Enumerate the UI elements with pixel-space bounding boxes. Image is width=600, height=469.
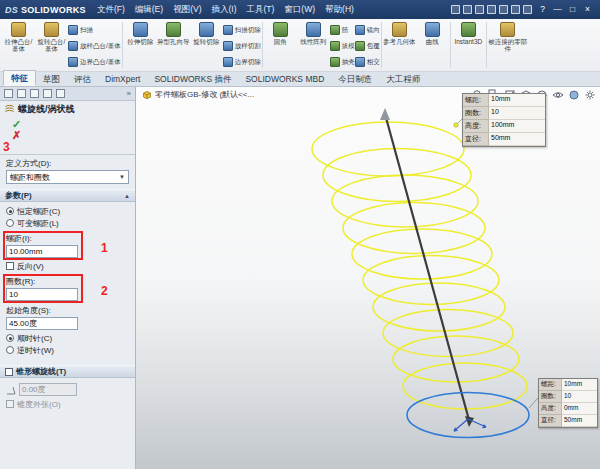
rib-button[interactable]: 筋 bbox=[330, 22, 355, 38]
revolutions-label: 圈数(R): bbox=[6, 276, 129, 288]
swept-cut-button[interactable]: 扫描切除 bbox=[223, 22, 261, 38]
open-icon[interactable] bbox=[463, 5, 472, 14]
command-manager-tabs: 特征 草图 评估 DimXpert SOLIDWORKS 插件 SOLIDWOR… bbox=[0, 72, 600, 87]
radio-icon bbox=[6, 346, 14, 354]
tab-today-manufacturing[interactable]: 今日制造 bbox=[331, 72, 379, 86]
helix-bottom-callout[interactable]: 螺距:10mm 圈数:10 高度:0mm 直径:50mm bbox=[538, 378, 598, 428]
extrude-boss-button[interactable]: 拉伸凸台/基体 bbox=[2, 20, 35, 70]
menu-edit[interactable]: 编辑(E) bbox=[130, 0, 168, 19]
parameters-section-body: 恒定螺距(C) 可变螺距(L) 螺距(I): 1 反向(V) bbox=[0, 202, 135, 360]
reference-geometry-icon bbox=[392, 22, 407, 37]
linear-pattern-button[interactable]: 线性阵列 bbox=[297, 20, 330, 70]
tab-sketch[interactable]: 草图 bbox=[36, 72, 67, 86]
main-area: » 螺旋线/涡状线 ✓ ✗ 3 定义方式(D): 螺距和圈数 ▼ 参数(P) ▲ bbox=[0, 87, 600, 469]
mirror-button[interactable]: 镜向 bbox=[355, 22, 380, 38]
taper-section-header[interactable]: 锥形螺旋线(T) bbox=[0, 365, 135, 378]
draft-button[interactable]: 拔模 bbox=[330, 38, 355, 54]
minimize-button[interactable]: — bbox=[550, 0, 565, 19]
menu-window[interactable]: 窗口(W) bbox=[279, 0, 320, 19]
parameters-section-header[interactable]: 参数(P) ▲ bbox=[0, 189, 135, 202]
checkbox-icon bbox=[6, 262, 14, 270]
boundary-cut-icon bbox=[223, 57, 233, 67]
taper-angle-input[interactable] bbox=[19, 383, 77, 396]
ok-button[interactable]: ✓ bbox=[12, 119, 135, 130]
callout-leader-bottom bbox=[529, 398, 538, 408]
panel-title-row: 螺旋线/涡状线 bbox=[0, 101, 135, 117]
instant3d-button[interactable]: Instant3D bbox=[452, 20, 485, 70]
definition-method-label: 定义方式(D): bbox=[0, 155, 135, 170]
display-manager-tab-icon[interactable] bbox=[56, 89, 65, 98]
boundary-cut-button[interactable]: 边界切除 bbox=[223, 54, 261, 70]
graphics-area[interactable]: 零件螺板GB-修改 (默认<<... bbox=[136, 87, 600, 469]
taper-outward-checkbox[interactable]: 锥度外张(O) bbox=[6, 398, 129, 410]
taper-checkbox-icon[interactable] bbox=[5, 368, 13, 376]
intersect-button[interactable]: 相交 bbox=[355, 54, 380, 70]
close-button[interactable]: × bbox=[580, 0, 595, 19]
new-document-icon[interactable] bbox=[451, 5, 460, 14]
constant-pitch-radio[interactable]: 恒定螺距(C) bbox=[6, 205, 129, 217]
tab-engineer[interactable]: 大工程师 bbox=[379, 72, 427, 86]
annotation-step-1: 1 bbox=[101, 241, 108, 255]
menu-tools[interactable]: 工具(T) bbox=[242, 0, 280, 19]
start-angle-input[interactable] bbox=[6, 317, 78, 330]
property-manager-tab-icon[interactable] bbox=[17, 89, 26, 98]
revolutions-input[interactable] bbox=[6, 288, 78, 301]
reference-geometry-button[interactable]: 参考几何体 bbox=[383, 20, 416, 70]
rebuild-icon[interactable] bbox=[511, 5, 520, 14]
undo-icon[interactable] bbox=[499, 5, 508, 14]
counterclockwise-radio[interactable]: 逆时针(W) bbox=[6, 344, 129, 356]
extruded-cut-button[interactable]: 拉伸切除 bbox=[124, 20, 157, 70]
lofted-boss-button[interactable]: 放样凸台/基体 bbox=[68, 38, 121, 54]
help-button[interactable]: ? bbox=[535, 0, 550, 19]
menu-view[interactable]: 视图(V) bbox=[168, 0, 206, 19]
variable-pitch-radio[interactable]: 可变螺距(L) bbox=[6, 217, 129, 229]
callout-row: 螺距:10mm bbox=[539, 379, 597, 391]
curves-button[interactable]: 曲线 bbox=[416, 20, 449, 70]
menu-insert[interactable]: 插入(I) bbox=[206, 0, 241, 19]
revolved-cut-button[interactable]: 旋转切除 bbox=[190, 20, 223, 70]
connected-parts-button[interactable]: 被连接的零部件 bbox=[488, 20, 528, 70]
helix-curve[interactable] bbox=[312, 122, 527, 409]
lofted-cut-icon bbox=[223, 41, 233, 51]
dimxpert-manager-tab-icon[interactable] bbox=[43, 89, 52, 98]
tab-solidworks-addins[interactable]: SOLIDWORKS 插件 bbox=[147, 72, 238, 86]
lofted-cut-button[interactable]: 放样切割 bbox=[223, 38, 261, 54]
options-icon[interactable] bbox=[523, 5, 532, 14]
extruded-cut-icon bbox=[133, 22, 148, 37]
shell-button[interactable]: 抽壳 bbox=[330, 54, 355, 70]
cancel-button[interactable]: ✗ bbox=[12, 130, 135, 141]
configuration-manager-tab-icon[interactable] bbox=[30, 89, 39, 98]
tab-solidworks-mbd[interactable]: SOLIDWORKS MBD bbox=[238, 72, 331, 86]
callout-row: 直径:50mm bbox=[539, 415, 597, 427]
save-icon[interactable] bbox=[475, 5, 484, 14]
pitch-input[interactable] bbox=[6, 245, 78, 258]
menu-file[interactable]: 文件(F) bbox=[92, 0, 130, 19]
feature-manager-tab-icon[interactable] bbox=[4, 89, 13, 98]
revolutions-field-group: 圈数(R): 2 bbox=[6, 276, 129, 301]
manager-tab-strip: » bbox=[0, 87, 135, 101]
revolve-boss-button[interactable]: 旋转凸台/基体 bbox=[35, 20, 68, 70]
axis-arrowhead-top bbox=[380, 108, 390, 120]
boss-small-group: 扫描 放样凸台/基体 边界凸台/基体 bbox=[68, 20, 121, 70]
swept-boss-button[interactable]: 扫描 bbox=[68, 22, 121, 38]
maximize-button[interactable]: □ bbox=[565, 0, 580, 19]
collapse-icon: ▲ bbox=[124, 193, 130, 199]
clockwise-radio[interactable]: 顺时针(C) bbox=[6, 332, 129, 344]
revolve-boss-icon bbox=[44, 22, 59, 37]
menu-help[interactable]: 帮助(H) bbox=[320, 0, 359, 19]
tab-features[interactable]: 特征 bbox=[3, 70, 36, 86]
taper-angle-icon bbox=[6, 385, 16, 395]
wrap-button[interactable]: 包覆 bbox=[355, 38, 380, 54]
fillet-button[interactable]: 圆角 bbox=[264, 20, 297, 70]
tab-evaluate[interactable]: 评估 bbox=[67, 72, 98, 86]
hole-wizard-button[interactable]: 异型孔向导 bbox=[157, 20, 190, 70]
boundary-boss-button[interactable]: 边界凸台/基体 bbox=[68, 54, 121, 70]
callout-row: 螺距:10mm bbox=[463, 94, 545, 107]
start-angle-field-group: 起始角度(S): bbox=[6, 305, 129, 330]
print-icon[interactable] bbox=[487, 5, 496, 14]
helix-top-callout[interactable]: 螺距:10mm 圈数:10 高度:100mm 直径:50mm bbox=[462, 93, 546, 147]
tab-dimxpert[interactable]: DimXpert bbox=[98, 72, 147, 86]
definition-method-select[interactable]: 螺距和圈数 ▼ bbox=[6, 170, 129, 184]
reverse-checkbox[interactable]: 反向(V) bbox=[6, 260, 129, 272]
strip-expand-icon[interactable]: » bbox=[127, 87, 131, 101]
